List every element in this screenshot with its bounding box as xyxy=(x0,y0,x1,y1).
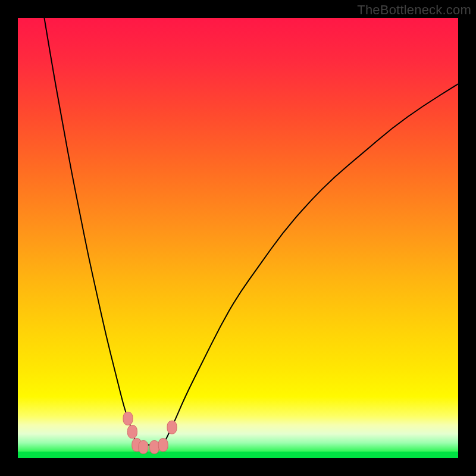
chart-frame: TheBottleneck.com xyxy=(0,0,476,476)
curve-marker xyxy=(158,439,168,452)
curve-marker xyxy=(167,421,177,434)
curve-marker xyxy=(149,441,159,454)
curve-marker xyxy=(127,425,137,439)
curve-marker xyxy=(139,441,148,454)
chart-svg xyxy=(18,18,458,458)
green-baseline-band xyxy=(18,452,458,458)
plot-area xyxy=(18,18,458,458)
gradient-background xyxy=(18,18,458,458)
curve-marker xyxy=(123,412,133,425)
watermark-text: TheBottleneck.com xyxy=(357,2,471,18)
